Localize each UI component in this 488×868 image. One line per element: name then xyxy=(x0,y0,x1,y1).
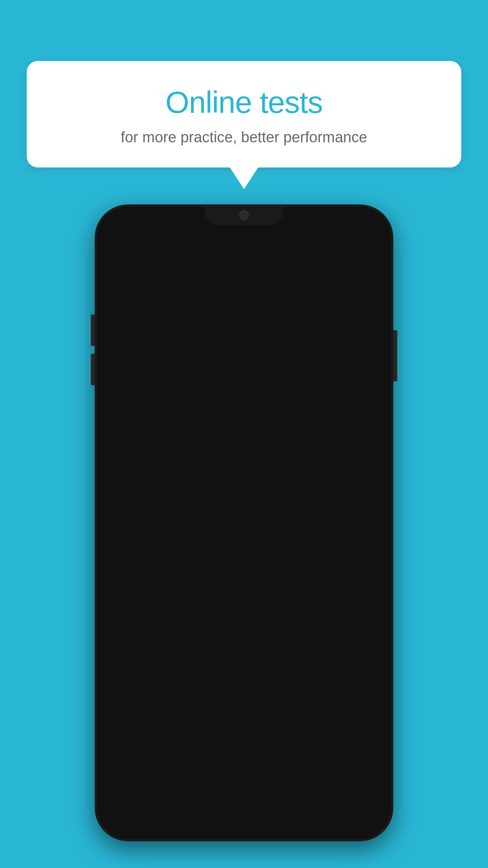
bubble-title: Online tests xyxy=(46,85,442,120)
status-time: 14:29 xyxy=(114,217,141,229)
test-item-author: by Anurag xyxy=(110,484,311,495)
phone-mockup: 14:29 ▾ ▲ ▮ ← Learning Light MENTS ANNOU… xyxy=(95,204,393,841)
completed-section-header: COMPLETED (1) xyxy=(100,594,388,618)
phone-side-button-power xyxy=(393,330,397,381)
test-item-content: Conservation of momentum-Equilibrium by … xyxy=(110,528,311,585)
phone-side-button-vol-down xyxy=(91,354,95,385)
tab-ments[interactable]: MENTS xyxy=(100,275,169,310)
tab-tests[interactable]: TESTS xyxy=(251,275,319,310)
phone-screen: 14:29 ▾ ▲ ▮ ← Learning Light MENTS ANNOU… xyxy=(100,210,388,836)
status-bar: 14:29 ▾ ▲ ▮ xyxy=(100,210,388,235)
search-placeholder: Search xyxy=(138,325,175,338)
signal-icon: ▲ xyxy=(356,217,365,228)
back-button[interactable]: ← xyxy=(112,246,128,264)
speech-bubble: Online tests for more practice, better p… xyxy=(27,61,461,167)
wifi-icon: ▾ xyxy=(347,217,352,228)
test-badge-online: Online Test xyxy=(317,451,378,470)
test-item-content: Reshuffling test by Anurag Starts at Jul… xyxy=(110,387,315,430)
test-item-title: Reshuffling test xyxy=(110,387,315,403)
test-item-content: Newton's Second law(contd)-Newton's Thir… xyxy=(110,450,311,508)
test-item-time: Starts at Jul 05, 05:45 PM xyxy=(110,419,315,430)
app-header: ← Learning Light xyxy=(100,235,388,275)
battery-icon: ▮ xyxy=(369,217,374,228)
test-item-title: Newton's Second law(contd)-Newton's Thir… xyxy=(110,450,311,480)
svg-point-0 xyxy=(122,326,128,333)
app-title: Learning Light xyxy=(138,246,240,264)
phone-side-button-vol-up xyxy=(91,314,95,346)
test-item[interactable]: Newton's Second law(contd)-Newton's Thir… xyxy=(100,439,388,517)
tab-videos[interactable]: VIDEOS xyxy=(319,275,388,310)
ongoing-section-header: ONGOING (3) xyxy=(100,353,388,376)
test-badge-online: Online Test xyxy=(317,529,378,548)
bubble-subtitle: for more practice, better performance xyxy=(46,129,442,146)
test-badge-class: Class Test xyxy=(321,389,378,407)
test-item[interactable]: Conservation of momentum-Equilibrium by … xyxy=(100,517,388,594)
test-list: Reshuffling test by Anurag Starts at Jul… xyxy=(100,376,388,594)
search-icon xyxy=(120,325,131,338)
test-item-author: by Anurag xyxy=(110,561,311,572)
test-item[interactable]: Reshuffling test by Anurag Starts at Jul… xyxy=(100,376,388,439)
test-item-time: Ends at Jul 06, 10:45 AM xyxy=(110,497,311,508)
svg-line-1 xyxy=(127,332,130,335)
test-item-time: Ends at Jun 10, 06:00 PM xyxy=(110,574,311,585)
tab-announcements[interactable]: ANNOUNCEMENTS xyxy=(169,275,251,310)
search-box[interactable]: Search xyxy=(110,317,378,346)
nav-tabs: MENTS ANNOUNCEMENTS TESTS VIDEOS xyxy=(100,275,388,310)
test-item-title: Conservation of momentum-Equilibrium xyxy=(110,528,311,558)
test-item-author: by Anurag xyxy=(110,406,315,417)
status-icons: ▾ ▲ ▮ xyxy=(347,217,374,228)
search-container: Search xyxy=(100,310,388,353)
